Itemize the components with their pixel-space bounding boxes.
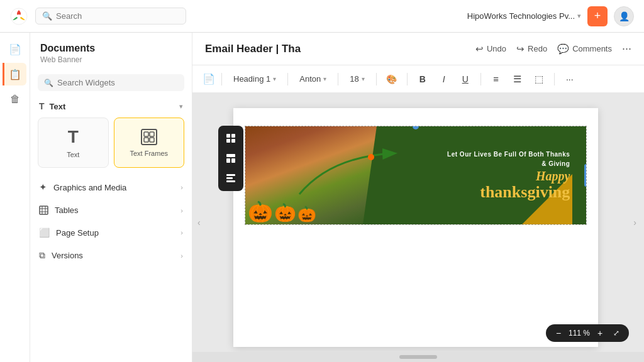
text-widget-label: Text bbox=[67, 151, 79, 158]
add-button[interactable]: + bbox=[587, 6, 608, 26]
italic-button[interactable]: I bbox=[435, 70, 453, 88]
svg-rect-16 bbox=[226, 154, 235, 157]
text-widget-icon: T bbox=[68, 127, 79, 147]
underline-button[interactable]: U bbox=[457, 70, 474, 88]
toolbar-sep-5 bbox=[407, 73, 408, 85]
layout-button[interactable] bbox=[221, 150, 241, 167]
panel-subtitle: Web Banner bbox=[40, 55, 182, 64]
menu-item-graphics[interactable]: ✦ Graphics and Media › bbox=[30, 175, 192, 199]
page-icon: 📄 bbox=[203, 73, 215, 85]
banner-heading-text: Let Our Lives Be Full Of Both Thanks & G… bbox=[444, 150, 570, 168]
svg-point-1 bbox=[17, 14, 21, 18]
zoom-out-button[interactable]: − bbox=[552, 327, 565, 339]
sidebar-item-pages[interactable]: 📋 bbox=[3, 63, 26, 85]
toolbar-sep-2 bbox=[287, 73, 288, 85]
text-widget[interactable]: T Text bbox=[38, 118, 109, 168]
company-name[interactable]: HipoWorks Technologies Pv... ▾ bbox=[467, 11, 581, 21]
align-left-button[interactable]: ≡ bbox=[487, 70, 505, 88]
pages-icon: 📋 bbox=[9, 69, 21, 80]
menu-item-tables[interactable]: Tables › bbox=[30, 199, 192, 221]
more-button[interactable]: ··· bbox=[622, 42, 631, 55]
banner-image: 🎃 🎃 🎃 bbox=[245, 126, 587, 225]
text-section-icon: T bbox=[39, 101, 45, 111]
undo-label: Undo bbox=[487, 44, 506, 53]
tables-icon bbox=[39, 206, 48, 215]
toolbar-sep-4 bbox=[376, 73, 377, 85]
comments-button[interactable]: 💬 Comments bbox=[557, 43, 612, 55]
expand-button[interactable]: ⤢ bbox=[610, 327, 623, 339]
widget-search-input[interactable] bbox=[57, 78, 178, 87]
underline-icon: U bbox=[462, 74, 469, 84]
graphics-chevron-icon: › bbox=[180, 184, 183, 191]
versions-label: Versions bbox=[52, 251, 83, 260]
svg-rect-6 bbox=[150, 138, 154, 142]
canvas-page: 🎃 🎃 🎃 bbox=[233, 108, 598, 347]
right-scrollbar[interactable] bbox=[639, 93, 644, 352]
search-input[interactable] bbox=[56, 11, 179, 21]
horizontal-scrollbar-thumb[interactable] bbox=[399, 355, 437, 359]
right-selection-handle[interactable] bbox=[584, 164, 587, 187]
left-panel: Documents Web Banner 🔍 T Text ▾ T Text bbox=[30, 33, 192, 362]
avatar-icon: 👤 bbox=[619, 11, 630, 21]
canvas-bottom-scroll[interactable] bbox=[192, 352, 644, 362]
layout-icon bbox=[226, 153, 236, 163]
search-box[interactable]: 🔍 bbox=[35, 8, 186, 25]
document-icon: 📄 bbox=[9, 43, 21, 55]
heading-label: Heading 1 bbox=[233, 74, 270, 84]
widget-grid: T Text Text Frames bbox=[30, 115, 192, 175]
redo-button[interactable]: ↪ Redo bbox=[516, 43, 547, 55]
avatar-button[interactable]: 👤 bbox=[614, 6, 634, 26]
selection-dot bbox=[368, 154, 374, 160]
versions-icon: ⧉ bbox=[39, 250, 45, 261]
bold-button[interactable]: B bbox=[414, 70, 431, 88]
svg-rect-4 bbox=[150, 132, 154, 136]
zoom-in-button[interactable]: + bbox=[594, 327, 606, 339]
toolbar: 📄 Heading 1 ▾ Anton ▾ 18 ▾ 🎨 B bbox=[192, 65, 644, 93]
more-toolbar-icon: ··· bbox=[566, 74, 574, 84]
toolbar-sep-6 bbox=[480, 73, 481, 85]
pumpkin-group: 🎃 🎃 🎃 bbox=[248, 202, 316, 222]
align-list-button[interactable]: ☰ bbox=[509, 70, 526, 88]
zoom-level: 111 % bbox=[569, 329, 590, 337]
scroll-left-indicator[interactable]: ‹ bbox=[197, 217, 201, 228]
undo-button[interactable]: ↩ Undo bbox=[475, 43, 506, 55]
doc-header: Email Header | Tha ↩ Undo ↪ Redo 💬 Comme… bbox=[192, 33, 644, 65]
align-list-icon: ☰ bbox=[513, 74, 521, 85]
text-section-label: Text bbox=[50, 102, 66, 111]
top-nav: 🔍 HipoWorks Technologies Pv... ▾ + 👤 bbox=[0, 0, 644, 33]
svg-rect-13 bbox=[231, 134, 235, 138]
list-button[interactable] bbox=[221, 170, 241, 187]
undo-icon: ↩ bbox=[475, 43, 484, 55]
fill-color-button[interactable]: 🎨 bbox=[383, 70, 401, 88]
menu-item-page-setup[interactable]: ⬜ Page Setup › bbox=[30, 221, 192, 244]
page-setup-label: Page Setup bbox=[56, 228, 99, 238]
pumpkin-2: 🎃 bbox=[274, 204, 296, 222]
pumpkin-1: 🎃 bbox=[248, 202, 273, 222]
company-chevron-icon: ▾ bbox=[577, 12, 581, 20]
pumpkin-3: 🎃 bbox=[297, 207, 316, 222]
main-layout: 📄 📋 🗑 Documents Web Banner 🔍 T Text ▾ bbox=[0, 33, 644, 362]
svg-rect-20 bbox=[226, 177, 233, 179]
grid-view-button[interactable] bbox=[221, 129, 241, 147]
text-section-header[interactable]: T Text ▾ bbox=[30, 96, 192, 115]
sidebar-item-trash[interactable]: 🗑 bbox=[4, 88, 26, 111]
text-box-button[interactable]: ⬚ bbox=[530, 70, 548, 88]
grid-icon bbox=[226, 133, 236, 143]
svg-rect-2 bbox=[142, 129, 157, 145]
zoom-control: − 111 % + ⤢ bbox=[546, 324, 629, 342]
text-frames-widget[interactable]: Text Frames bbox=[114, 118, 185, 168]
canvas-scroll[interactable]: ‹ bbox=[192, 93, 639, 352]
size-select[interactable]: 18 ▾ bbox=[345, 72, 369, 86]
panel-title: Documents bbox=[40, 43, 182, 54]
scroll-right-indicator[interactable]: › bbox=[633, 217, 636, 228]
menu-item-versions[interactable]: ⧉ Versions › bbox=[30, 244, 192, 267]
widget-search-box[interactable]: 🔍 bbox=[38, 74, 184, 91]
more-toolbar-button[interactable]: ··· bbox=[561, 70, 579, 88]
nav-right: HipoWorks Technologies Pv... ▾ + 👤 bbox=[467, 6, 634, 26]
svg-rect-12 bbox=[226, 134, 230, 138]
svg-rect-7 bbox=[40, 206, 48, 214]
sidebar-item-documents[interactable]: 📄 bbox=[4, 38, 26, 60]
heading-select[interactable]: Heading 1 ▾ bbox=[228, 72, 281, 86]
comments-label: Comments bbox=[572, 44, 612, 53]
font-select[interactable]: Anton ▾ bbox=[294, 72, 331, 86]
